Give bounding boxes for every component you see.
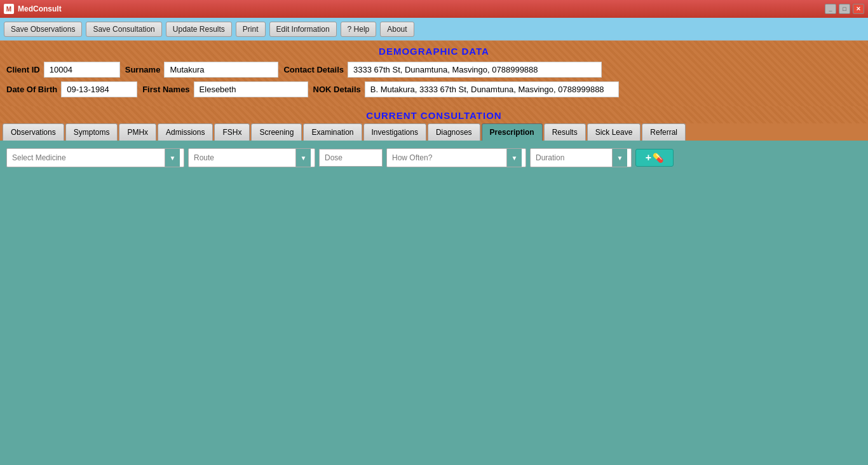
select-medicine-input[interactable]: [7, 150, 165, 165]
title-bar-controls: _ □ ✕: [825, 4, 864, 14]
first-names-group: First Names Elesebeth: [142, 81, 308, 97]
how-often-arrow[interactable]: ▼: [506, 149, 522, 167]
edit-information-button[interactable]: Edit Information: [269, 22, 337, 37]
app-title: MedConsult: [18, 4, 62, 13]
title-bar: M MedConsult _ □ ✕: [0, 0, 868, 18]
pill-icon: 💊: [653, 153, 663, 163]
toolbar: Save Observations Save Consultation Upda…: [0, 18, 868, 41]
print-button[interactable]: Print: [236, 22, 266, 37]
save-consultation-button[interactable]: Save Consultation: [86, 22, 161, 37]
how-often-control[interactable]: ▼: [386, 148, 526, 167]
tab-admissions[interactable]: Admissions: [158, 123, 213, 141]
update-results-button[interactable]: Update Results: [166, 22, 232, 37]
contact-details-label: Contact Details: [283, 65, 344, 74]
tab-observations[interactable]: Observations: [3, 123, 64, 141]
dob-group: Date Of Birth 09-13-1984: [6, 81, 137, 97]
minimize-button[interactable]: _: [825, 4, 836, 14]
about-button[interactable]: About: [380, 22, 414, 37]
plus-icon: +: [646, 153, 651, 163]
tab-symptoms[interactable]: Symptoms: [65, 123, 118, 141]
add-prescription-button[interactable]: + 💊: [635, 149, 674, 167]
prescription-input-row: ▼ ▼ ▼ ▼ + 💊: [6, 148, 862, 167]
demographic-section: DEMOGRAPHIC DATA Client ID 10004 Surname…: [0, 41, 868, 106]
select-medicine-control[interactable]: ▼: [6, 148, 184, 167]
save-observations-button[interactable]: Save Observations: [4, 22, 82, 37]
dose-input[interactable]: [319, 149, 383, 167]
surname-group: Surname Mutakura: [125, 62, 279, 78]
tab-diagnoses[interactable]: Diagnoses: [428, 123, 480, 141]
contact-details-value: 3333 67th St, Dunamtuna, Masvingo, 07889…: [348, 62, 602, 78]
tab-investigations[interactable]: Investigations: [363, 123, 426, 141]
tab-examination[interactable]: Examination: [303, 123, 362, 141]
demographic-title: DEMOGRAPHIC DATA: [6, 46, 862, 57]
contact-details-group: Contact Details 3333 67th St, Dunamtuna,…: [283, 62, 602, 78]
duration-input[interactable]: [531, 150, 612, 165]
tab-screening[interactable]: Screening: [251, 123, 302, 141]
tab-pmhx[interactable]: PMHx: [119, 123, 156, 141]
consultation-title: CURRENT CONSULTATION: [0, 110, 868, 121]
route-arrow[interactable]: ▼: [295, 149, 311, 167]
duration-arrow[interactable]: ▼: [612, 149, 627, 167]
select-medicine-arrow[interactable]: ▼: [165, 149, 180, 167]
first-names-label: First Names: [142, 85, 189, 94]
tab-referral[interactable]: Referral: [642, 123, 686, 141]
tab-fshx[interactable]: FSHx: [214, 123, 250, 141]
dob-label: Date Of Birth: [6, 85, 57, 94]
surname-label: Surname: [125, 65, 161, 74]
route-control[interactable]: ▼: [188, 148, 315, 167]
client-id-value: 10004: [44, 62, 120, 78]
app-icon: M: [4, 4, 14, 14]
dob-value: 09-13-1984: [61, 81, 137, 97]
duration-control[interactable]: ▼: [530, 148, 632, 167]
client-id-group: Client ID 10004: [6, 62, 120, 78]
help-button[interactable]: ? Help: [341, 22, 377, 37]
close-button[interactable]: ✕: [853, 4, 864, 14]
consultation-section: CURRENT CONSULTATION Observations Sympto…: [0, 106, 868, 414]
demographic-row-1: Client ID 10004 Surname Mutakura Contact…: [6, 62, 862, 78]
nok-label: NOK Details: [313, 85, 361, 94]
surname-value: Mutakura: [164, 62, 278, 78]
how-often-input[interactable]: [387, 150, 506, 165]
tabs-container: Observations Symptoms PMHx Admissions FS…: [0, 123, 868, 141]
tab-sick-leave[interactable]: Sick Leave: [587, 123, 641, 141]
first-names-value: Elesebeth: [194, 81, 308, 97]
demographic-row-2: Date Of Birth 09-13-1984 First Names Ele…: [6, 81, 862, 97]
tab-prescription[interactable]: Prescription: [482, 123, 543, 141]
tab-results[interactable]: Results: [544, 123, 586, 141]
client-id-label: Client ID: [6, 65, 40, 74]
maximize-button[interactable]: □: [839, 4, 850, 14]
title-bar-left: M MedConsult: [4, 4, 62, 14]
nok-value: B. Mutakura, 3333 67th St, Dunamtuna, Ma…: [365, 81, 619, 97]
nok-group: NOK Details B. Mutakura, 3333 67th St, D…: [313, 81, 619, 97]
route-input[interactable]: [189, 150, 295, 165]
prescription-area: ▼ ▼ ▼ ▼ + 💊: [0, 141, 868, 414]
